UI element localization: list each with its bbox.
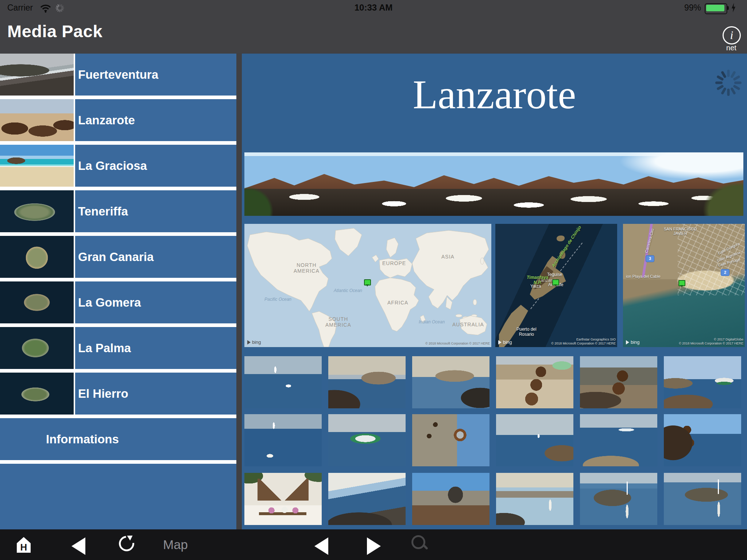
sidebar-item-el-hierro[interactable]: El Hierro (0, 373, 236, 415)
photo-thumbnail-rusty-chain-path[interactable] (496, 356, 573, 408)
refresh-button[interactable] (119, 536, 133, 551)
search-icon (411, 535, 425, 549)
dark-sand-beach-cliffs-thumbnail (0, 54, 74, 96)
photo-thumbnail-green-patrol-ship[interactable] (328, 414, 406, 466)
island-title: Lanzarote (242, 71, 747, 118)
next-item-button[interactable] (367, 537, 381, 555)
sidebar-item-teneriffa[interactable]: Teneriffa (0, 190, 236, 232)
route-shield-2: 2 (721, 269, 729, 276)
route-shield-3: 3 (646, 255, 654, 262)
sidebar-item-label: La Graciosa (78, 159, 147, 173)
sidebar-filler (0, 464, 236, 529)
arrecife-aerial-map[interactable]: SAN FRANCISCO JAVIER Carretera Circ ion … (623, 224, 745, 347)
photo-thumbnail-breakwater-beacon-sea[interactable] (664, 473, 741, 525)
status-bar: Carrier 10:33 AM 99% (0, 0, 747, 16)
bing-logo: bing (247, 339, 261, 345)
sidebar-item-label: Fuerteventura (78, 68, 158, 82)
net-status-label: net (720, 44, 742, 52)
photo-thumbnail-ridge-boat-wake[interactable] (580, 414, 657, 466)
map-marker-arrecife (552, 279, 559, 285)
home-button[interactable]: H (15, 536, 32, 555)
map-label-south-america: SOUTH AMERICA (325, 316, 351, 328)
photo-thumbnail-thatched-hut-flower-pots[interactable] (244, 473, 322, 525)
sidebar-item-label-area: La Graciosa (75, 145, 236, 187)
pano-palms-right (685, 168, 743, 216)
map-label-australia: AUSTRALIA (452, 322, 484, 327)
photo-thumbnail-chain-anchor-rocks[interactable] (580, 356, 657, 408)
sidebar-item-label-area: La Gomera (75, 281, 236, 323)
satellite-tenerife-thumbnail (0, 190, 74, 232)
satellite-el-hierro-thumbnail (0, 373, 74, 415)
loading-spinner-icon (715, 69, 742, 97)
map-label-atlantic-ocean: Atlantic Ocean (334, 288, 362, 293)
photo-thumbnail-cliff-chains-sea[interactable] (664, 414, 741, 466)
panorama-photo[interactable] (244, 152, 743, 216)
white-sand-turquoise-beach-thumbnail (0, 145, 74, 187)
photo-thumbnail-rocky-point-boats[interactable] (496, 414, 573, 466)
page-title: Media Pack (7, 21, 102, 41)
top-chrome: Carrier 10:33 AM 99% Media Pack i net (0, 0, 747, 53)
map-label-asia: ASIA (441, 254, 454, 260)
bing-logo: bing (498, 339, 512, 345)
previous-item-button[interactable] (314, 537, 328, 555)
map-attribution: Earthstar Geographics SIO © 2018 Microso… (551, 338, 616, 346)
map-marker-canary-islands (364, 279, 371, 285)
map-toggle-label[interactable]: Map (163, 537, 188, 552)
clock: 10:33 AM (0, 3, 747, 13)
sidebar-item-label: La Palma (78, 341, 131, 355)
bing-logo: bing (626, 339, 640, 345)
sidebar-item-la-graciosa[interactable]: La Graciosa (0, 145, 236, 187)
battery-percent: 99% (676, 3, 701, 13)
sidebar-item-la-gomera[interactable]: La Gomera (0, 281, 236, 323)
sidebar-item-label-area: Gran Canaria (75, 236, 236, 278)
map-label-puerto-del-rosario: Puerto del Rosario (516, 327, 537, 337)
photo-thumbnail-sailboat-and-dinghy[interactable] (244, 414, 322, 466)
sidebar-item-la-palma[interactable]: La Palma (0, 327, 236, 369)
photo-thumbnail-jetty-beacon-reflection[interactable] (580, 473, 657, 525)
back-button[interactable] (71, 537, 85, 555)
sidebar-item-gran-canaria[interactable]: Gran Canaria (0, 236, 236, 278)
lava-rock-desert-thumbnail (0, 99, 74, 141)
pano-village (244, 189, 743, 216)
battery-icon (705, 3, 727, 14)
sidebar-item-label: Gran Canaria (78, 250, 154, 264)
sidebar-item-lanzarote[interactable]: Lanzarote (0, 99, 236, 141)
sidebar-item-label-area: La Palma (75, 327, 236, 369)
map-label-carretera: Carretera Circ (644, 228, 655, 253)
island-list-sidebar: FuerteventuraLanzaroteLa GraciosaTenerif… (0, 54, 236, 529)
map-label-teguise: Teguise (547, 272, 562, 277)
home-icon: H (15, 536, 32, 553)
pano-palms-left (244, 172, 288, 216)
sidebar-item-informations[interactable]: Informations (0, 418, 236, 460)
satellite-la-gomera-thumbnail (0, 281, 74, 323)
sidebar-item-label: Lanzarote (78, 113, 135, 127)
map-label-europe: EUROPE (382, 260, 406, 266)
photo-thumbnail-mooring-ring-stone-wall[interactable] (412, 414, 489, 466)
lanzarote-satellite-map[interactable]: Archipiélago de Chinijo Teguise Lanzarot… (495, 224, 617, 347)
photo-thumbnail-headland-bay[interactable] (412, 356, 489, 408)
satellite-la-palma-thumbnail (0, 327, 74, 369)
photo-thumbnail-harbor-entrance[interactable] (496, 473, 573, 525)
photo-thumbnail-harbor-boat-breakwater[interactable] (664, 356, 741, 408)
sidebar-item-label: El Hierro (78, 387, 128, 401)
map-attribution: © 2018 Microsoft Corporation © 2017 HERE (425, 342, 490, 346)
sidebar-item-fuerteventura[interactable]: Fuerteventura (0, 54, 236, 96)
map-label-pacific-ocean: Pacific Ocean (264, 297, 291, 302)
search-button[interactable] (411, 535, 427, 551)
map-label-north-america: NORTH AMERICA (294, 262, 320, 274)
photo-thumbnail-lava-rock-shore[interactable] (328, 473, 406, 525)
sidebar-item-label-area: Fuerteventura (75, 54, 236, 96)
photo-thumbnail-sailboat-open-sea[interactable] (244, 356, 322, 408)
app-screen: Carrier 10:33 AM 99% Media Pack i net Fu… (0, 0, 747, 560)
battery-nub (727, 6, 729, 10)
world-map[interactable]: NORTH AMERICA EUROPE ASIA AFRICA SOUTH A… (244, 224, 491, 347)
map-label-playa-del-cable: ion Playa del Cable (626, 274, 661, 279)
map-label-africa: AFRICA (387, 300, 408, 306)
sidebar-item-label-area: El Hierro (75, 373, 236, 415)
info-button[interactable]: i (723, 26, 741, 44)
photo-thumbnail-coastal-cliff-haze[interactable] (328, 356, 406, 408)
map-attribution: © 2017 DigitalGlobe © 2018 Microsoft Cor… (679, 338, 743, 346)
photo-thumbnail-stone-wall-deck[interactable] (412, 473, 489, 525)
island-detail-panel: Lanzarote (242, 54, 747, 529)
satellite-gran-canaria-thumbnail (0, 236, 74, 278)
